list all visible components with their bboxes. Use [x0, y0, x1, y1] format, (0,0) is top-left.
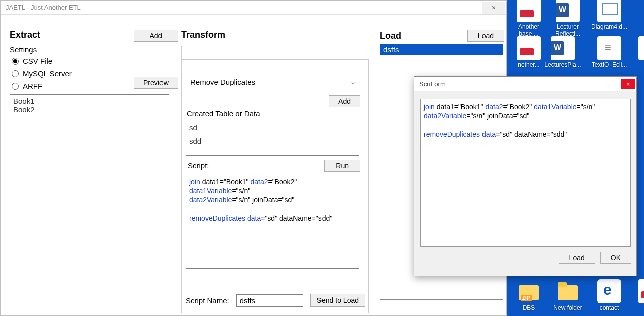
pdf-icon — [517, 0, 541, 22]
transform-heading: Transform — [181, 30, 369, 40]
desktop-icon-Another[interactable]: Anotherbase ... — [509, 0, 548, 37]
book-list[interactable]: Book1 Book2 — [10, 94, 169, 289]
radio-csv-label: CSV File — [23, 57, 52, 65]
close-icon[interactable]: × — [621, 79, 635, 89]
radio-dot-icon — [12, 58, 19, 65]
radio-dot-icon — [12, 70, 19, 77]
list-item[interactable]: sd — [189, 123, 356, 132]
script-textarea[interactable]: join data1="Book1" data2="Book2" data1Va… — [186, 174, 359, 269]
desktop-icon-label: Lecturer — [548, 23, 587, 30]
close-icon[interactable]: × — [482, 2, 505, 14]
desktop-icon-label: PD — [631, 304, 644, 311]
radio-mysql-label: MySQL Server — [23, 69, 72, 78]
extract-preview-button[interactable]: Preview — [134, 77, 178, 89]
transform-section: Transform Remove Duplicates ⌵ Add Create… — [181, 30, 369, 315]
desktop-icon-edge[interactable]: contact — [590, 279, 629, 311]
script-name-input[interactable] — [236, 294, 303, 307]
desktop-icon-label: LecturesPla... — [543, 61, 582, 68]
desktop-icon-u[interactable]: u — [631, 36, 644, 68]
radio-dot-icon — [12, 83, 19, 90]
desktop-icon-label: TextIO_Ecli... — [590, 61, 629, 68]
list-item[interactable]: Book2 — [13, 105, 166, 114]
script-label: Script: — [188, 161, 209, 170]
desktop-icon-label: Another — [509, 23, 548, 30]
transform-panel: Remove Duplicates ⌵ Add Created Table or… — [181, 59, 369, 313]
desktop-icon-fold[interactable]: New folder — [548, 279, 587, 311]
desktop-icon-label: Diagram4.d... — [590, 23, 629, 30]
extract-section: Extract Settings CSV File MySQL Server A… — [10, 30, 170, 315]
extract-add-button[interactable]: Add — [134, 30, 178, 42]
txt-icon — [597, 36, 621, 60]
load-button[interactable]: Load — [467, 30, 504, 42]
zip-icon — [517, 279, 541, 303]
list-item[interactable]: sdd — [189, 137, 356, 145]
created-list[interactable]: sd sdd — [186, 120, 359, 156]
run-button[interactable]: Run — [324, 160, 360, 172]
created-label: Created Table or Data — [187, 109, 364, 118]
desktop-icon-label: nother... — [509, 61, 548, 68]
desktop-icon-pdf2[interactable]: nother... — [509, 36, 548, 68]
script-name-label: Script Name: — [186, 296, 229, 305]
desktop-icon-label: u — [631, 61, 644, 68]
pdf-icon — [638, 279, 644, 303]
txt-icon — [638, 36, 644, 60]
jaetl-titlebar: JAETL - Just Another ETL × — [1, 1, 506, 15]
scriform-window: ScriForm × join data1="Book1" data2="Boo… — [414, 76, 637, 276]
dia-icon — [597, 0, 621, 22]
radio-arff-label: ARFF — [23, 82, 42, 90]
desktop-icon-pd[interactable]: PD — [631, 279, 644, 311]
send-to-load-button[interactable]: Send to Load — [310, 294, 365, 307]
desktop-icon-Diagram4[interactable]: Diagram4.d... — [590, 0, 629, 30]
desktop-icon-label: New folder — [548, 304, 587, 311]
desktop-icon-label: DBS — [509, 304, 548, 311]
transform-tab[interactable] — [181, 46, 196, 60]
chevron-down-icon: ⌵ — [351, 79, 355, 86]
scriform-textarea[interactable]: join data1="Book1" data2="Book2" data1Va… — [420, 99, 631, 247]
transform-add-button[interactable]: Add — [329, 95, 360, 107]
scriform-title: ScriForm — [414, 80, 621, 88]
load-list-item[interactable]: dsffs — [380, 44, 503, 55]
jaetl-title: JAETL - Just Another ETL — [1, 4, 482, 11]
word-icon — [551, 36, 575, 60]
load-heading: Load — [380, 31, 401, 41]
word-icon — [556, 0, 580, 22]
desktop-icon-Lecturer[interactable]: LecturerReflecti... — [548, 0, 587, 37]
desktop-icon-label: contact — [590, 304, 629, 311]
transform-select[interactable]: Remove Duplicates ⌵ — [186, 75, 359, 89]
list-item[interactable]: Book1 — [13, 97, 166, 105]
fold-icon — [556, 279, 580, 303]
desktop-icon-zip[interactable]: DBS — [509, 279, 548, 311]
scriform-ok-button[interactable]: OK — [600, 252, 631, 264]
scriform-titlebar: ScriForm × — [414, 77, 636, 91]
edge-icon — [597, 279, 621, 303]
transform-select-value: Remove Duplicates — [190, 78, 255, 86]
scriform-load-button[interactable]: Load — [559, 252, 595, 264]
desktop-icon-LecturesPla[interactable]: LecturesPla... — [543, 36, 582, 68]
pdf-icon — [517, 36, 541, 60]
desktop-icon-TextIO[interactable]: TextIO_Ecli... — [590, 36, 629, 68]
